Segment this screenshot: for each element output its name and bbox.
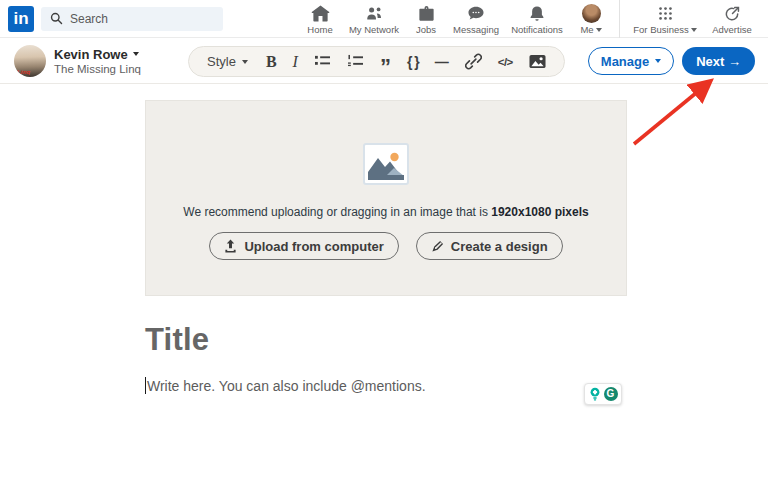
editor-header: Linq Kevin Rowe The Missing Linq Style B… (0, 38, 768, 84)
title-input[interactable]: Title (145, 322, 209, 358)
nav-label: Jobs (416, 24, 436, 35)
upload-icon (224, 239, 237, 253)
nav-label: Me (580, 24, 593, 35)
divider-button[interactable]: — (427, 47, 457, 76)
author-block[interactable]: Linq Kevin Rowe The Missing Linq (14, 45, 141, 77)
linkedin-logo[interactable]: in (8, 6, 34, 32)
nav-label: Home (307, 24, 332, 35)
cover-image-dropzone[interactable]: We recommend uploading or dragging in an… (145, 100, 627, 296)
nav-item-for-business[interactable]: For Business (626, 0, 704, 38)
snippet-button[interactable]: { } (399, 47, 427, 76)
chevron-down-icon (242, 60, 248, 64)
search-input[interactable] (70, 12, 214, 26)
avatar-text: Linq (17, 69, 30, 75)
nav-label: Messaging (453, 24, 499, 35)
bold-button[interactable]: B (258, 47, 285, 76)
top-navbar: in Home My Net (0, 0, 768, 38)
bullet-list-icon (314, 54, 331, 69)
my-network-icon (364, 4, 384, 23)
author-name-dropdown[interactable]: Kevin Rowe (54, 47, 141, 62)
chevron-down-icon (596, 28, 602, 32)
nav-item-messaging[interactable]: Messaging (447, 0, 505, 38)
blockquote-button[interactable]: ” (372, 47, 399, 76)
search-icon (50, 12, 63, 25)
body-placeholder: Write here. You can also include @mentio… (147, 378, 426, 394)
author-subtitle: The Missing Linq (54, 62, 141, 76)
grid-icon (657, 4, 674, 23)
manage-button[interactable]: Manage (588, 47, 674, 75)
avatar[interactable]: Linq (14, 45, 46, 77)
upload-button-label: Upload from computer (244, 239, 383, 254)
me-avatar (582, 4, 601, 23)
grammarly-g-icon: G (604, 387, 618, 401)
numbered-list-button[interactable] (339, 47, 372, 76)
cover-actions: Upload from computer Create a design (209, 232, 562, 260)
insert-image-button[interactable] (521, 47, 554, 76)
author-name: Kevin Rowe (54, 47, 128, 62)
nav-item-home[interactable]: Home (297, 0, 343, 38)
nav-label: My Network (349, 24, 399, 35)
link-icon (465, 53, 482, 70)
nav-divider (619, 0, 620, 38)
messaging-icon (466, 4, 486, 23)
style-label: Style (207, 54, 236, 69)
create-a-design-button[interactable]: Create a design (416, 232, 563, 260)
advertise-icon (723, 4, 741, 23)
home-icon (311, 4, 330, 23)
formatting-toolbar: Style B I ” { } — (188, 46, 565, 77)
style-dropdown[interactable]: Style (199, 47, 258, 76)
upload-from-computer-button[interactable]: Upload from computer (209, 232, 398, 260)
upload-hint-size: 1920x1080 pixels (491, 205, 588, 219)
suggestion-bulb-icon (589, 387, 601, 401)
global-nav: Home My Network Jobs (297, 0, 760, 38)
nav-item-my-network[interactable]: My Network (343, 0, 405, 38)
grammarly-widget[interactable]: G (584, 383, 622, 405)
nav-item-notifications[interactable]: Notifications (505, 0, 569, 38)
upload-hint-text: We recommend uploading or dragging in an… (183, 205, 491, 219)
numbered-list-icon (347, 54, 364, 69)
header-actions: Manage Next → (588, 47, 755, 75)
link-button[interactable] (457, 47, 490, 76)
body-editor[interactable]: Write here. You can also include @mentio… (145, 377, 426, 394)
chevron-down-icon (691, 28, 697, 32)
notifications-icon (528, 4, 546, 23)
next-button[interactable]: Next → (682, 47, 755, 75)
chevron-down-icon (133, 52, 139, 56)
nav-label: Advertise (712, 24, 752, 35)
code-button[interactable]: </> (490, 47, 521, 76)
nav-item-advertise[interactable]: Advertise (704, 0, 760, 38)
image-placeholder-icon (363, 143, 409, 185)
nav-item-me[interactable]: Me (569, 0, 613, 38)
article-editor: We recommend uploading or dragging in an… (0, 84, 768, 489)
bullet-list-button[interactable] (306, 47, 339, 76)
manage-label: Manage (601, 54, 649, 69)
italic-button[interactable]: I (285, 47, 306, 76)
nav-item-jobs[interactable]: Jobs (405, 0, 447, 38)
search-bar[interactable] (41, 7, 223, 31)
text-cursor (145, 377, 146, 394)
jobs-icon (417, 4, 436, 23)
nav-label: Notifications (511, 24, 563, 35)
pen-nib-icon (431, 240, 444, 253)
chevron-down-icon (655, 59, 661, 63)
upload-hint: We recommend uploading or dragging in an… (183, 205, 588, 219)
design-button-label: Create a design (451, 239, 548, 254)
image-icon (529, 54, 546, 69)
nav-label: For Business (633, 24, 688, 35)
